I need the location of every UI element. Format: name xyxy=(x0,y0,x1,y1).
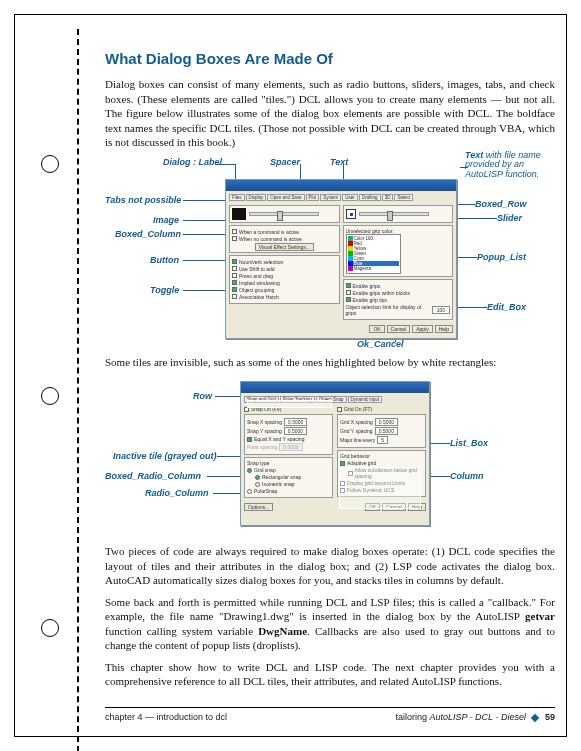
binder-hole xyxy=(41,155,59,173)
callout-spacer: Spacer xyxy=(270,157,300,167)
section-heading: What Dialog Boxes Are Made Of xyxy=(105,50,555,67)
callout-button: Button xyxy=(150,255,179,265)
intro-paragraph: Dialog boxes can consist of many element… xyxy=(105,77,555,150)
callout-toggle: Toggle xyxy=(150,285,179,295)
callout-dialog-label: Dialog : Label xyxy=(163,157,222,167)
callout-slider: Slider xyxy=(497,213,522,223)
binder-hole xyxy=(41,387,59,405)
callout-list-box: List_Box xyxy=(450,438,488,448)
footer-prefix: tailoring xyxy=(395,712,429,722)
code-term-getvar: getvar xyxy=(525,610,555,622)
diamond-icon xyxy=(531,713,539,721)
callout-boxed-radio-column: Boxed_Radio_Column xyxy=(105,471,201,481)
text-run: Some back and forth is permitted while r… xyxy=(105,596,555,623)
callout-boxed-column: Boxed_Column xyxy=(115,229,181,239)
callout-radio-column: Radio_Column xyxy=(145,488,209,498)
body-paragraph: Two pieces of code are always required t… xyxy=(105,544,555,588)
callout-row: Row xyxy=(193,391,212,401)
callout-edit-box: Edit_Box xyxy=(487,302,526,312)
callout-text: Text xyxy=(330,157,348,167)
page-footer: chapter 4 — introduction to dcl tailorin… xyxy=(105,707,555,722)
mid-paragraph: Some tiles are invisible, such as some o… xyxy=(105,355,555,370)
callout-column: Column xyxy=(450,471,484,481)
page-number: 59 xyxy=(545,712,555,722)
callout-image: Image xyxy=(153,215,179,225)
binder-hole xyxy=(41,619,59,637)
code-term-dwgname: DwgName xyxy=(258,625,307,637)
body-paragraph: Some back and forth is permitted while r… xyxy=(105,595,555,653)
footer-right: tailoring AutoLISP - DCL - Diesel 59 xyxy=(395,712,555,722)
callout-ok-cancel: Ok_Cancel xyxy=(357,339,404,349)
page-content: What Dialog Boxes Are Made Of Dialog box… xyxy=(105,50,555,696)
callout-inactive: Inactive tile (grayed out) xyxy=(113,451,217,461)
figure-1: Dialog : Label Spacer Text Text with fil… xyxy=(105,157,555,347)
footer-left: chapter 4 — introduction to dcl xyxy=(105,712,227,722)
spiral-binding xyxy=(77,29,79,751)
text-run: function calling system variable xyxy=(105,625,258,637)
body-paragraph: This chapter show how to write DCL and L… xyxy=(105,660,555,689)
dialog-mock-1: FilesDisplayOpen and SavePlotSystemUserD… xyxy=(225,179,457,339)
callout-boxed-row: Boxed_Row xyxy=(475,199,527,209)
callout-popup-list: Popup_List xyxy=(477,252,526,262)
figure-2: Row Inactive tile (grayed out) Boxed_Rad… xyxy=(105,376,555,536)
dialog-mock-2: Snap and GridPolar TrackingObject SnapDy… xyxy=(240,381,430,526)
page-frame: What Dialog Boxes Are Made Of Dialog box… xyxy=(14,14,567,737)
callout-text-note: Text with file name provided by an AutoL… xyxy=(465,151,555,181)
callout-tabs-not-possible: Tabs not possible xyxy=(105,195,181,205)
footer-title: AutoLISP - DCL - Diesel xyxy=(429,712,526,722)
